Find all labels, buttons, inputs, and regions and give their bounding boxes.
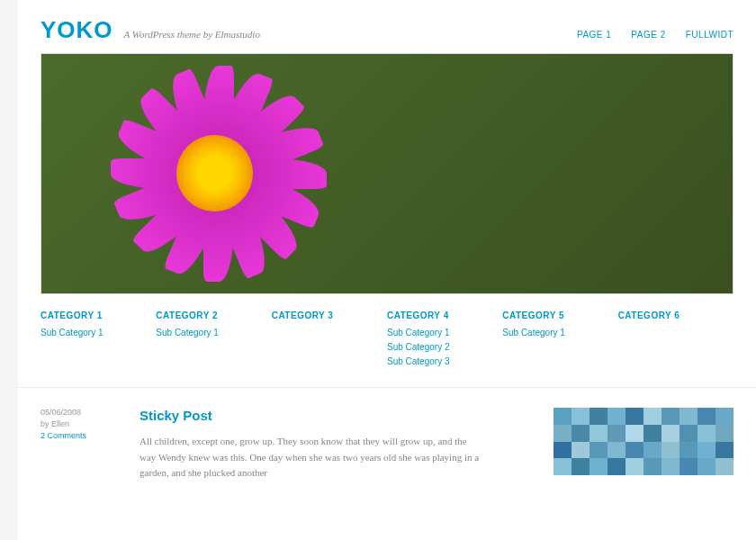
post-comments-link[interactable]: 2 Comments xyxy=(40,431,112,440)
category-3[interactable]: CATEGORY 3 xyxy=(272,310,387,320)
sub-category[interactable]: Sub Category 1 xyxy=(40,328,156,338)
site-title[interactable]: YOKO xyxy=(40,16,113,44)
category-2[interactable]: CATEGORY 2 xyxy=(156,310,271,320)
post-body: All children, except one, grow up. They … xyxy=(140,434,482,482)
post-meta: 05/06/2008 by Ellen 2 Comments xyxy=(40,408,112,482)
post-title[interactable]: Sticky Post xyxy=(140,408,526,423)
post-author: by Ellen xyxy=(40,419,112,428)
top-nav: PAGE 1 PAGE 2 FULLWIDT xyxy=(577,30,734,40)
category-nav: CATEGORY 1Sub Category 1CATEGORY 2Sub Ca… xyxy=(18,294,756,388)
sub-category[interactable]: Sub Category 3 xyxy=(387,356,502,366)
category-5[interactable]: CATEGORY 5 xyxy=(502,310,617,320)
category-4[interactable]: CATEGORY 4 xyxy=(387,310,502,320)
hero-image xyxy=(40,53,734,294)
nav-fullwidth[interactable]: FULLWIDT xyxy=(686,30,734,40)
sub-category[interactable]: Sub Category 1 xyxy=(387,328,502,338)
sub-category[interactable]: Sub Category 1 xyxy=(502,328,617,338)
post-date: 05/06/2008 xyxy=(40,408,112,417)
sub-category[interactable]: Sub Category 1 xyxy=(156,328,271,338)
sidebar-thumbnail xyxy=(554,408,734,475)
site-tagline: A WordPress theme by Elmastudio xyxy=(124,29,260,40)
category-6[interactable]: CATEGORY 6 xyxy=(618,310,734,320)
nav-page-2[interactable]: PAGE 2 xyxy=(631,30,665,40)
category-1[interactable]: CATEGORY 1 xyxy=(40,310,156,320)
sub-category[interactable]: Sub Category 2 xyxy=(387,342,502,352)
nav-page-1[interactable]: PAGE 1 xyxy=(577,30,611,40)
